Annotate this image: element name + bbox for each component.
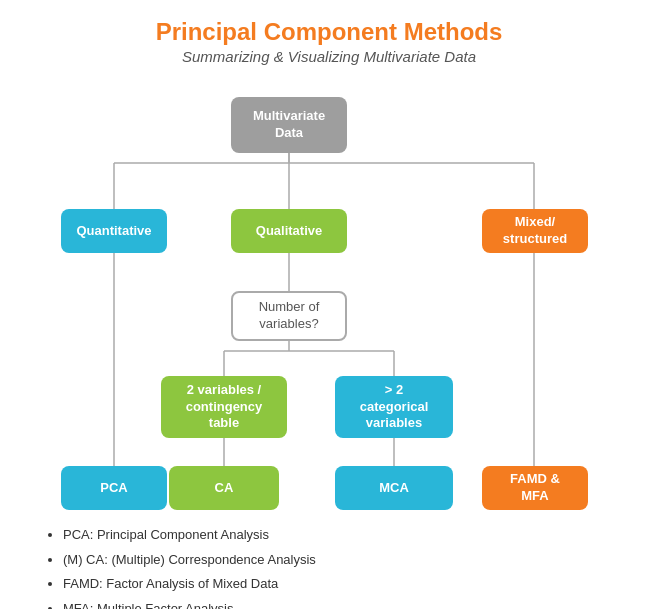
legend-item: MFA: Multiple Factor Analysis bbox=[63, 597, 619, 609]
legend: PCA: Principal Component Analysis(M) CA:… bbox=[39, 523, 619, 609]
main-title: Principal Component Methods bbox=[156, 18, 503, 46]
legend-item: FAMD: Factor Analysis of Mixed Data bbox=[63, 572, 619, 597]
node-mca: MCA bbox=[335, 466, 453, 510]
node-two-vars: 2 variables / contingency table bbox=[161, 376, 287, 438]
node-multivariate: Multivariate Data bbox=[231, 97, 347, 153]
node-ca: CA bbox=[169, 466, 279, 510]
legend-item: PCA: Principal Component Analysis bbox=[63, 523, 619, 548]
node-quantitative: Quantitative bbox=[61, 209, 167, 253]
legend-item: (M) CA: (Multiple) Correspondence Analys… bbox=[63, 548, 619, 573]
node-famd-mfa: FAMD & MFA bbox=[482, 466, 588, 510]
node-mixed: Mixed/ structured bbox=[482, 209, 588, 253]
node-more-vars: > 2 categorical variables bbox=[335, 376, 453, 438]
diagram: Multivariate Data Quantitative Qualitati… bbox=[39, 81, 619, 511]
node-pca: PCA bbox=[61, 466, 167, 510]
node-qualitative: Qualitative bbox=[231, 209, 347, 253]
sub-title: Summarizing & Visualizing Multivariate D… bbox=[182, 48, 476, 65]
node-number-of-vars: Number of variables? bbox=[231, 291, 347, 341]
